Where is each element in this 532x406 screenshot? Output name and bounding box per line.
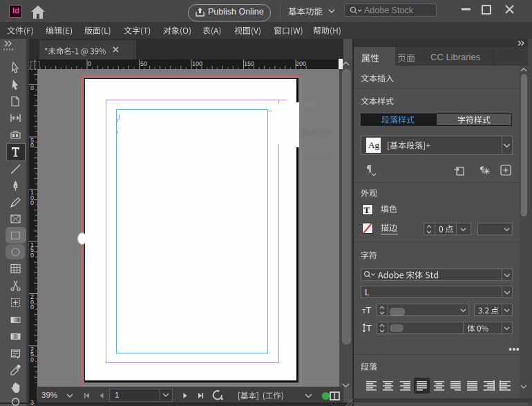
svg-text:T: T [366, 323, 372, 333]
